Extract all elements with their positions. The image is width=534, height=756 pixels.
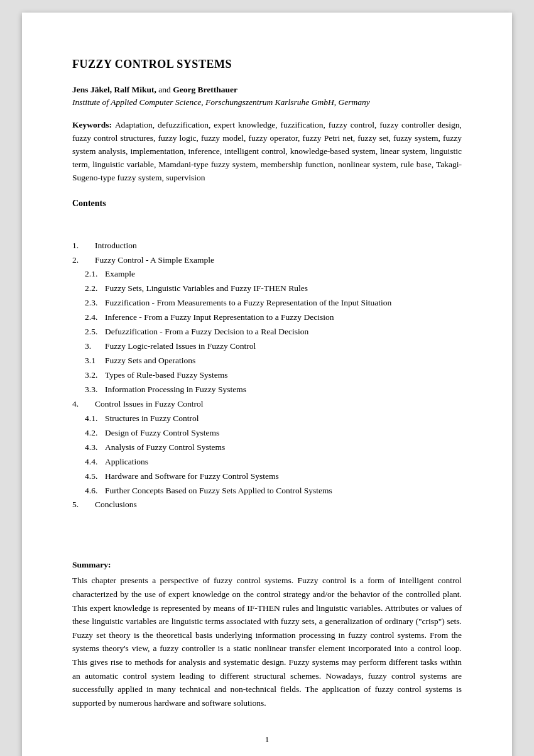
toc-item: 3.3.Information Processing in Fuzzy Syst… — [72, 383, 462, 397]
toc-item-text: Fuzzy Sets, Linguistic Variables and Fuz… — [105, 282, 308, 296]
toc-item-num: 2.3. — [72, 296, 105, 310]
toc-item: 4.1.Structures in Fuzzy Control — [72, 412, 462, 426]
toc-item: 2.1.Example — [72, 267, 462, 282]
summary-heading: Summary: — [72, 560, 462, 570]
spacer2 — [72, 535, 462, 547]
toc-item: 2.Fuzzy Control - A Simple Example — [72, 253, 462, 268]
toc-item-text: Fuzzy Logic-related Issues in Fuzzy Cont… — [105, 339, 256, 354]
toc-item: 2.2.Fuzzy Sets, Linguistic Variables and… — [72, 282, 462, 296]
toc-item-text: Fuzzy Sets and Operations — [105, 354, 195, 368]
contents-heading: Contents — [72, 199, 462, 209]
toc-item: 4.4.Applications — [72, 455, 462, 469]
toc-item-num: 3.1 — [72, 354, 105, 368]
toc-item: 4.2.Design of Fuzzy Control Systems — [72, 426, 462, 441]
toc-item-text: Inference - From a Fuzzy Input Represent… — [105, 310, 334, 325]
page-number: 1 — [72, 735, 462, 745]
toc-item: 4.Control Issues in Fuzzy Control — [72, 397, 462, 412]
toc-item-text: Example — [105, 267, 135, 282]
summary-text: This chapter presents a perspective of f… — [72, 574, 462, 709]
author-names-bold: Jens Jäkel, Ralf Mikut, — [72, 85, 156, 94]
toc-item-num: 2.4. — [72, 310, 105, 325]
toc-item-text: Control Issues in Fuzzy Control — [95, 397, 204, 412]
toc-item: 5.Conclusions — [72, 498, 462, 512]
authors-line: Jens Jäkel, Ralf Mikut, and Georg Bretth… — [72, 85, 462, 95]
toc-item-text: Design of Fuzzy Control Systems — [105, 426, 219, 441]
table-of-contents: 1.Introduction2.Fuzzy Control - A Simple… — [72, 239, 462, 513]
toc-item: 4.3.Analysis of Fuzzy Control Systems — [72, 441, 462, 455]
toc-item-num: 4.3. — [72, 441, 105, 455]
spacer3 — [72, 547, 462, 560]
toc-item: 3.2.Types of Rule-based Fuzzy Systems — [72, 368, 462, 383]
toc-item-num: 1. — [72, 239, 95, 253]
toc-item-text: Analysis of Fuzzy Control Systems — [105, 441, 225, 455]
toc-item-num: 3. — [72, 339, 105, 354]
institute-line: Institute of Applied Computer Science, F… — [72, 97, 462, 107]
keywords-label: Keywords: — [72, 120, 115, 129]
toc-item: 3.1Fuzzy Sets and Operations — [72, 354, 462, 368]
toc-item: 4.6.Further Concepts Based on Fuzzy Sets… — [72, 484, 462, 498]
toc-item: 2.3.Fuzzification - From Measurements to… — [72, 296, 462, 310]
toc-item-num: 4.1. — [72, 412, 105, 426]
toc-item-num: 3.3. — [72, 383, 105, 397]
toc-item-text: Applications — [105, 455, 148, 469]
toc-item: 3.Fuzzy Logic-related Issues in Fuzzy Co… — [72, 339, 462, 354]
toc-item-num: 2. — [72, 253, 95, 268]
page: FUZZY CONTROL SYSTEMS Jens Jäkel, Ralf M… — [22, 13, 512, 756]
toc-item-text: Types of Rule-based Fuzzy Systems — [105, 368, 228, 383]
page-title: FUZZY CONTROL SYSTEMS — [72, 58, 462, 71]
toc-item-text: Information Processing in Fuzzy Systems — [105, 383, 246, 397]
toc-item-text: Hardware and Software for Fuzzy Control … — [105, 469, 279, 484]
toc-item-num: 2.1. — [72, 267, 105, 282]
toc-item-num: 4.4. — [72, 455, 105, 469]
toc-item-num: 4. — [72, 397, 95, 412]
toc-item-text: Conclusions — [95, 498, 137, 512]
keywords-text: Adaptation, defuzzification, expert know… — [72, 120, 462, 182]
toc-item-text: Structures in Fuzzy Control — [105, 412, 199, 426]
spacer1 — [72, 226, 462, 239]
toc-item-text: Introduction — [95, 239, 137, 253]
keywords-block: Keywords: Adaptation, defuzzification, e… — [72, 119, 462, 185]
toc-item-num: 4.5. — [72, 469, 105, 484]
toc-item-num: 2.2. — [72, 282, 105, 296]
author-and: and — [156, 85, 173, 94]
toc-item: 4.5.Hardware and Software for Fuzzy Cont… — [72, 469, 462, 484]
toc-item-text: Fuzzy Control - A Simple Example — [95, 253, 214, 268]
toc-item-text: Fuzzification - From Measurements to a F… — [105, 296, 391, 310]
toc-item-text: Defuzzification - From a Fuzzy Decision … — [105, 325, 308, 339]
author-name-bold2: Georg Bretthauer — [173, 85, 237, 94]
toc-item-num: 4.2. — [72, 426, 105, 441]
toc-item: 2.4.Inference - From a Fuzzy Input Repre… — [72, 310, 462, 325]
toc-item: 2.5.Defuzzification - From a Fuzzy Decis… — [72, 325, 462, 339]
toc-item-num: 4.6. — [72, 484, 105, 498]
toc-item-num: 2.5. — [72, 325, 105, 339]
toc-item-num: 5. — [72, 498, 95, 512]
toc-item-text: Further Concepts Based on Fuzzy Sets App… — [105, 484, 332, 498]
toc-item-num: 3.2. — [72, 368, 105, 383]
toc-item: 1.Introduction — [72, 239, 462, 253]
